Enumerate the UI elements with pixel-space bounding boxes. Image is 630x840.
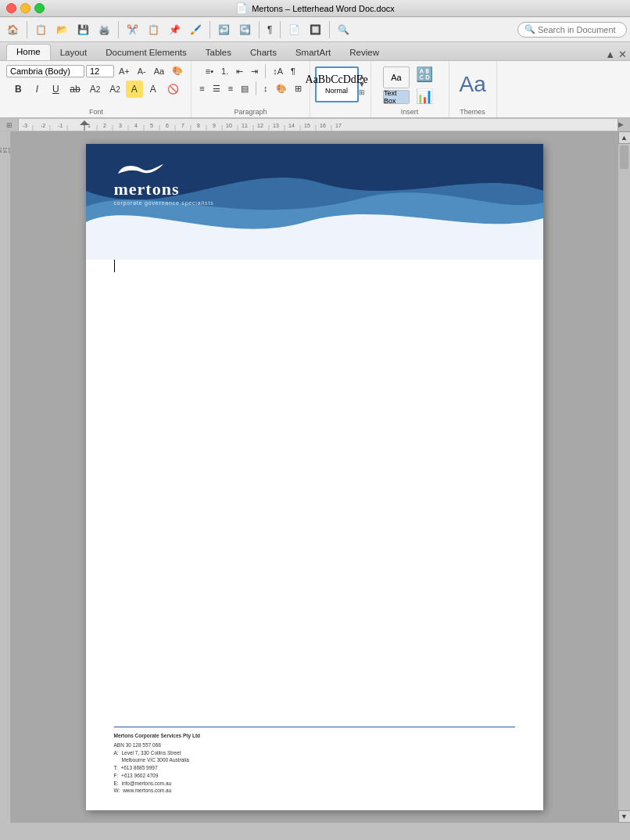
superscript-btn[interactable]: A2 [86, 81, 105, 98]
ruler-right-btn[interactable]: ▶ [618, 120, 624, 128]
tab-home[interactable]: Home [6, 44, 51, 60]
save-btn[interactable]: 💾 [73, 22, 93, 38]
font-color2-btn[interactable]: A [145, 81, 162, 98]
document-area[interactable]: mertons corporate governance specialists… [11, 131, 617, 823]
shading-btn[interactable]: 🎨 [273, 82, 290, 95]
svg-text:10: 10 [226, 123, 232, 128]
styles-up-arrow[interactable]: ▲ [359, 74, 366, 81]
tab-smartart[interactable]: SmartArt [286, 45, 340, 60]
format-painter-btn[interactable]: 🖌️ [186, 22, 206, 38]
undo-btn[interactable]: ↩️ [214, 22, 234, 38]
page-content[interactable] [114, 260, 515, 716]
style-normal[interactable]: AaBbCcDdEe Normal [315, 66, 359, 102]
tab-review[interactable]: Review [340, 45, 388, 60]
search-icon: 🔍 [524, 24, 535, 34]
scrollbar-vertical[interactable]: ▲ ▼ [617, 131, 630, 823]
separator [329, 21, 330, 38]
highlight-btn[interactable]: A [126, 81, 143, 98]
font-label: Font [89, 106, 103, 116]
svg-text:15: 15 [304, 123, 310, 128]
footer-address-value1: Level 7, 330 Collins Street [121, 750, 181, 756]
ruler-left: ⊞ [0, 119, 19, 131]
paragraph-label: Paragraph [234, 106, 267, 116]
show-marks-btn[interactable]: ¶ [288, 65, 299, 77]
home-toolbar-btn[interactable]: 🏠 [3, 22, 23, 38]
svg-text:9: 9 [213, 123, 216, 128]
paste-btn[interactable]: 📌 [165, 22, 184, 38]
app-icon: 📄 [235, 2, 248, 14]
search-box[interactable]: 🔍 [517, 22, 627, 38]
styles-scroll[interactable]: ▲ ▼ ⊞ [359, 74, 366, 96]
window-title: Mertons – Letterhead Word Doc.docx [252, 4, 395, 13]
page-layout-btn[interactable]: 📄 [285, 22, 304, 38]
tab-tables[interactable]: Tables [196, 45, 241, 60]
clear-format-btn[interactable]: 🚫 [163, 81, 183, 98]
search-input[interactable] [538, 25, 624, 34]
borders-btn[interactable]: ⊞ [292, 82, 305, 95]
maximize-button[interactable] [34, 3, 45, 13]
ruler-inner: -3 -2 -1 1 2 3 4 5 6 7 8 9 10 11 12 13 [19, 119, 617, 131]
styles-down-arrow[interactable]: ▼ [359, 81, 366, 88]
ribbon-down-icon[interactable]: ✕ [618, 48, 627, 60]
tab-charts[interactable]: Charts [241, 45, 286, 60]
ruler-scale: -3 -2 -1 1 2 3 4 5 6 7 8 9 10 11 12 13 [19, 119, 617, 131]
separator [280, 21, 281, 38]
scroll-up-arrow[interactable]: ▲ [618, 131, 631, 144]
sort-btn[interactable]: ↕A [270, 65, 286, 77]
ribbon-up-icon[interactable]: ▲ [605, 48, 615, 60]
align-right-btn[interactable]: ≡ [225, 82, 236, 95]
cut-btn[interactable]: ✂️ [123, 22, 142, 38]
close-button[interactable] [6, 3, 16, 13]
insert-btn2[interactable]: 📊 [413, 86, 436, 106]
strikethrough-btn[interactable]: ab [66, 81, 84, 98]
tab-layout[interactable]: Layout [51, 45, 97, 60]
document-page: mertons corporate governance specialists… [86, 144, 543, 810]
new-btn[interactable]: 📋 [31, 22, 51, 38]
window-controls[interactable] [6, 3, 45, 13]
svg-text:-1: -1 [58, 123, 63, 128]
align-center-btn[interactable]: ☰ [209, 82, 224, 95]
style-normal-label: Normal [325, 87, 348, 95]
font-size-selector[interactable]: 12 [86, 65, 114, 77]
print-btn[interactable]: 🖨️ [95, 22, 114, 38]
view-btn[interactable]: 🔲 [306, 22, 325, 38]
scroll-thumb[interactable] [620, 145, 628, 169]
redo-btn[interactable]: ↪️ [235, 22, 255, 38]
styles-more-arrow[interactable]: ⊞ [359, 89, 366, 96]
numbering-btn[interactable]: 1. [218, 65, 231, 77]
main-area: 1234567891011121314151617181920212223242… [0, 131, 630, 823]
indent-decrease-btn[interactable]: ⇤ [233, 65, 246, 78]
insert-big-icon[interactable]: Aa [383, 66, 410, 88]
subscript-btn[interactable]: A2 [106, 81, 124, 98]
insert-btn1[interactable]: 🔠 [413, 64, 436, 84]
tab-document-elements[interactable]: Document Elements [96, 45, 196, 60]
underline-btn[interactable]: U [47, 81, 64, 98]
scroll-down-arrow[interactable]: ▼ [618, 810, 631, 823]
zoom-btn[interactable]: 🔍 [334, 22, 353, 38]
scroll-track[interactable] [618, 144, 630, 810]
text-box-btn[interactable]: Text Box [383, 90, 410, 104]
svg-text:14: 14 [288, 123, 295, 128]
bold-btn[interactable]: B [9, 81, 27, 98]
themes-btn[interactable]: Aa [456, 64, 490, 106]
line-spacing-btn[interactable]: ↕ [260, 82, 271, 95]
ruler-corner-icon[interactable]: ⊞ [6, 121, 13, 129]
font-name-selector[interactable]: Cambria (Body) [6, 65, 84, 77]
show-formatting-btn[interactable]: ¶ [263, 22, 276, 38]
font-case-btn[interactable]: Aa [151, 65, 167, 77]
justify-btn[interactable]: ▤ [238, 82, 252, 95]
open-btn[interactable]: 📂 [52, 22, 72, 38]
font-color-btn[interactable]: 🎨 [169, 64, 186, 77]
sep [256, 81, 256, 95]
copy-btn[interactable]: 📋 [144, 22, 163, 38]
italic-btn[interactable]: I [28, 81, 45, 98]
font-bigger-btn[interactable]: A+ [116, 65, 133, 77]
footer-abn: ABN 30 128 557 068 [114, 741, 515, 749]
font-smaller-btn[interactable]: A- [134, 65, 149, 77]
svg-text:3: 3 [119, 123, 122, 128]
align-left-btn[interactable]: ≡ [196, 82, 207, 95]
bullets-btn[interactable]: ≡• [202, 65, 217, 77]
minimize-button[interactable] [20, 3, 30, 13]
indent-increase-btn[interactable]: ⇥ [248, 65, 261, 78]
separator [118, 21, 119, 38]
